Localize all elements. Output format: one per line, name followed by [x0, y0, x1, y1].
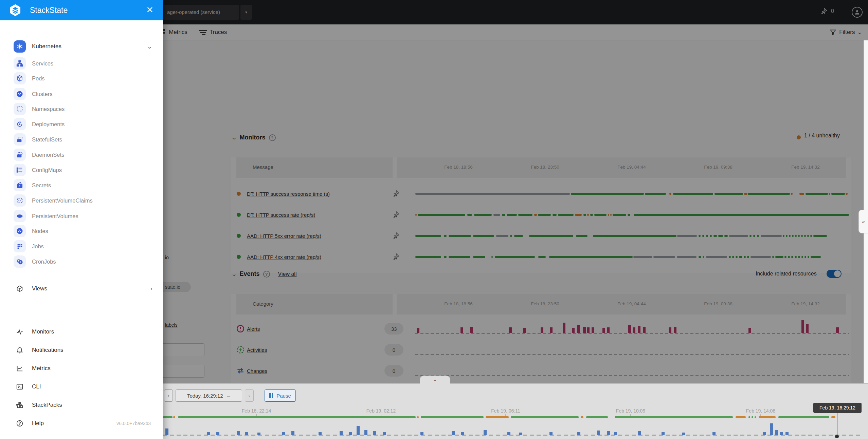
health-segment [511, 416, 579, 418]
drawer-item-secrets[interactable]: Secrets [0, 178, 163, 193]
timebar-bar [207, 432, 210, 435]
chevron-left-icon: « [862, 219, 865, 225]
pods-icon [14, 72, 26, 84]
drawer-item-cronjobs[interactable]: CronJobs [0, 254, 163, 269]
cronjobs-icon [14, 255, 26, 268]
drawer-item-jobs-label: Jobs [32, 243, 44, 250]
drawer-item-namespaces-label: Namespaces [32, 106, 65, 112]
nodes-icon [14, 225, 26, 237]
chevron-down-icon: ⌄ [433, 377, 437, 382]
timebar-bar [349, 432, 352, 435]
drawer-item-cli-label: CLI [32, 383, 41, 390]
health-segment [586, 416, 608, 418]
time-back-button[interactable]: ‹ [164, 389, 173, 402]
drawer-item-stackpacks[interactable]: StackPacks [0, 398, 163, 413]
timebar-bar [452, 431, 455, 435]
puzzle-icon [14, 399, 26, 411]
drawer-item-persistentvolumeclaims[interactable]: PersistentVolumeClaims [0, 193, 163, 208]
timebar-bar [519, 433, 522, 435]
timebar-bar [257, 433, 260, 435]
timebar-bar [373, 431, 376, 435]
collapse-timebar-tab[interactable]: ⌄ [420, 376, 450, 384]
close-icon[interactable]: ✕ [146, 5, 153, 15]
timebar-bar [597, 431, 600, 435]
timebar-axis-label: Feb 19, 14:08 [746, 408, 775, 414]
timebar-bar [712, 432, 716, 435]
clusters-icon [14, 88, 26, 100]
drawer-item-views[interactable]: Views› [0, 281, 163, 296]
pv-icon [14, 210, 26, 222]
current-time-marker-line [837, 413, 837, 436]
current-time-tooltip: Feb 19, 16:29:12 [813, 403, 862, 413]
timebar-bar [775, 430, 778, 435]
timebar-bar [662, 432, 665, 435]
pause-icon [269, 393, 273, 398]
drawer-item-nodes[interactable]: Nodes [0, 224, 163, 238]
chevron-right-icon: › [150, 286, 152, 292]
drawer-item-pods-label: Pods [32, 75, 45, 82]
health-segment [421, 416, 484, 418]
drawer-item-pods[interactable]: Pods [0, 71, 163, 86]
drawer-item-services[interactable]: Services [0, 56, 163, 71]
timebar-axis-label: Feb 19, 02:12 [366, 408, 396, 414]
drawer-item-statefulsets[interactable]: StatefulSets [0, 132, 163, 147]
health-segment [752, 416, 753, 418]
version-label: v6.0.0+7ba93b3 [116, 421, 151, 426]
time-picker-button[interactable]: Today, 16:29:12 ⌄ [176, 389, 242, 402]
timebar-bar [607, 431, 610, 435]
drawer-item-persistentvolumes[interactable]: PersistentVolumes [0, 209, 163, 224]
drawer-item-namespaces[interactable]: Namespaces [0, 101, 163, 116]
drawer-item-daemonsets-label: DaemonSets [32, 152, 64, 158]
health-segment [615, 416, 733, 418]
drawer-item-stackpacks-label: StackPacks [32, 402, 62, 408]
timebar-bar [577, 432, 580, 435]
timebar-bar [364, 430, 367, 435]
time-picker-label: Today, 16:29:12 [187, 393, 223, 399]
drawer-item-kubernetes-label: Kubernetes [32, 43, 61, 50]
health-segment [178, 416, 416, 418]
drawer-item-views-label: Views [32, 285, 47, 292]
drawer-item-deployments[interactable]: Deployments [0, 117, 163, 132]
drawer-item-deployments-label: Deployments [32, 121, 65, 128]
drawer-item-kubernetes[interactable]: Kubernetes⌄ [0, 39, 163, 54]
drawer-item-configmaps-label: ConfigMaps [32, 167, 62, 173]
stackstate-app: ager-operated (service) ▾ 0 Metrics Tra [0, 0, 868, 439]
drawer-item-configmaps[interactable]: ConfigMaps [0, 163, 163, 177]
navigation-drawer: StackState ✕ Kubernetes⌄ServicesPodsClus… [0, 0, 163, 439]
current-time-marker-dot[interactable] [835, 435, 839, 438]
time-forward-button[interactable]: › [245, 389, 254, 402]
health-segment [736, 416, 746, 418]
timebar-bar [420, 432, 423, 435]
drawer-item-clusters[interactable]: Clusters [0, 87, 163, 101]
drawer-item-statefulsets-label: StatefulSets [32, 136, 62, 143]
expand-right-panel-button[interactable]: « [858, 210, 868, 233]
timebar-bar [785, 432, 789, 435]
timebar-bar [763, 432, 766, 435]
drawer-item-monitors-label: Monitors [32, 328, 54, 335]
timebar-bar [638, 431, 641, 435]
health-segment [173, 416, 175, 418]
timebar-bar [383, 432, 386, 435]
chart-icon [14, 362, 26, 375]
jobs-icon [14, 240, 26, 252]
drawer-item-notifications[interactable]: Notifications [0, 343, 163, 358]
stackstate-logo-icon [9, 4, 22, 17]
drawer-item-daemonsets[interactable]: DaemonSets [0, 147, 163, 162]
pause-button[interactable]: Pause [265, 389, 296, 402]
drawer-item-persistentvolumes-label: PersistentVolumes [32, 213, 78, 220]
drawer-item-notifications-label: Notifications [32, 347, 64, 354]
namespaces-icon [14, 103, 26, 115]
drawer-item-secrets-label: Secrets [32, 182, 51, 189]
timebar-bar [357, 426, 360, 435]
timebar-bar [461, 432, 464, 435]
services-icon [14, 57, 26, 70]
drawer-item-cli[interactable]: CLI [0, 379, 163, 394]
configmaps-icon [14, 164, 26, 176]
drawer-item-jobs[interactable]: Jobs [0, 239, 163, 254]
help-icon [14, 417, 26, 430]
drawer-item-clusters-label: Clusters [32, 91, 53, 97]
daemonsets-icon [14, 149, 26, 161]
drawer-item-monitors[interactable]: Monitors [0, 324, 163, 339]
timebar-health-line [163, 416, 835, 418]
drawer-item-metrics[interactable]: Metrics [0, 361, 163, 376]
